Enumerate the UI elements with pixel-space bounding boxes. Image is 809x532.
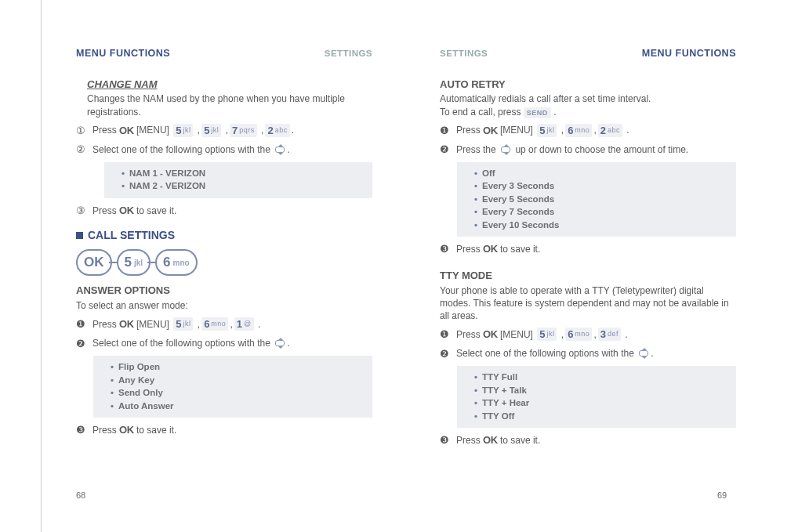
option: Every 7 Seconds xyxy=(482,207,554,216)
step-number: ❸ xyxy=(76,423,87,437)
option: Any Key xyxy=(118,375,154,385)
header-right: SETTINGS MENU FUNCTIONS xyxy=(440,47,736,60)
step-text: to save it. xyxy=(136,204,176,217)
change-nam-step2: ② Select one of the following options wi… xyxy=(76,143,372,157)
answer-step3: ❸ Press OK to save it. xyxy=(76,423,372,437)
key-2: 2abc xyxy=(598,124,622,137)
step-number: ❶ xyxy=(76,317,87,331)
step-number: ③ xyxy=(76,204,87,218)
header-settings: SETTINGS xyxy=(325,48,372,60)
change-nam-step1: ① Press OK [MENU] 5jkl , 5jkl , 7pqrs , … xyxy=(76,124,372,138)
change-nam-section: CHANGE NAM Changes the NAM used by the p… xyxy=(87,78,372,218)
key-5: 5jkl xyxy=(173,317,193,331)
tty-step1: ❶ Press OK [MENU] 5jkl , 6mno, 3def . xyxy=(440,328,736,342)
step-number: ❸ xyxy=(440,242,451,256)
nav-key-icon xyxy=(637,348,651,359)
page-69: SETTINGS MENU FUNCTIONS AUTO RETRY Autom… xyxy=(440,47,736,453)
header-menu-functions: MENU FUNCTIONS xyxy=(642,47,736,60)
page-divider xyxy=(41,0,42,532)
option: Off xyxy=(482,168,495,178)
option: TTY Off xyxy=(482,411,514,421)
key-2: 2abc xyxy=(265,124,289,137)
answer-step2: ❷ Select one of the following options wi… xyxy=(76,337,372,351)
option: TTY + Hear xyxy=(482,398,529,407)
nam-options: •NAM 1 - VERIZON •NAM 2 - VERIZON xyxy=(104,162,372,198)
tty-options: •TTY Full •TTY + Talk •TTY + Hear •TTY O… xyxy=(457,366,736,428)
option: TTY + Talk xyxy=(482,385,527,395)
ok-icon: OK xyxy=(483,124,498,138)
header-settings: SETTINGS xyxy=(440,48,488,60)
menu-text: [MENU] xyxy=(136,124,169,136)
section-bar-icon xyxy=(76,232,83,239)
pill-5: 5jkl xyxy=(117,249,151,276)
change-nam-desc: Changes the NAM used by the phone when y… xyxy=(87,92,372,118)
page-number-right: 69 xyxy=(717,490,727,500)
header-menu-functions: MENU FUNCTIONS xyxy=(76,47,170,60)
answer-step1: ❶ Press OK [MENU] 5jkl , 6mno, 1@ . xyxy=(76,317,372,331)
answer-options-title: ANSWER OPTIONS xyxy=(76,284,372,298)
key-5: 5jkl xyxy=(537,328,557,341)
tty-step3: ❸ Press OK to save it. xyxy=(440,433,736,447)
key-5: 5jkl xyxy=(537,124,557,137)
page-number-left: 68 xyxy=(76,490,85,500)
pill-ok: OK xyxy=(76,249,112,276)
option: TTY Full xyxy=(482,372,517,382)
step-text: Press xyxy=(93,204,117,217)
auto-retry-line2: To end a call, press SEND . xyxy=(440,106,736,118)
ok-icon: OK xyxy=(119,317,134,331)
key-1: 1@ xyxy=(234,317,254,331)
auto-retry-title: AUTO RETRY xyxy=(440,78,736,92)
option: Every 10 Seconds xyxy=(482,220,559,230)
nav-key-icon xyxy=(273,338,287,349)
ok-icon: OK xyxy=(119,124,134,138)
key-6: 6mno xyxy=(201,317,228,331)
tty-desc: Your phone is able to operate with a TTY… xyxy=(440,284,736,323)
option: NAM 1 - VERIZON xyxy=(129,168,205,178)
option: Every 3 Seconds xyxy=(482,181,554,190)
auto-retry-line1: Automatically redials a call after a set… xyxy=(440,92,736,105)
ok-icon: OK xyxy=(119,204,134,218)
retry-options: •Off •Every 3 Seconds •Every 5 Seconds •… xyxy=(457,162,736,237)
header-left: MENU FUNCTIONS SETTINGS xyxy=(76,47,372,60)
ok-icon: OK xyxy=(483,242,498,256)
ok-icon: OK xyxy=(483,328,498,342)
key-7: 7pqrs xyxy=(230,124,257,137)
tty-step2: ❷ Select one of the following options wi… xyxy=(440,347,736,361)
option: Send Only xyxy=(118,388,163,397)
answer-options-intro: To select an answer mode: xyxy=(76,299,372,312)
step-number: ❷ xyxy=(440,143,451,157)
nav-key-icon xyxy=(499,144,513,155)
call-settings-keys: OK 5jkl 6mno xyxy=(76,249,372,276)
step-number: ❷ xyxy=(76,337,87,351)
option: Auto Answer xyxy=(118,401,174,411)
period: . xyxy=(287,143,289,156)
step-number: ❷ xyxy=(440,347,451,361)
nav-key-icon xyxy=(273,144,287,155)
pill-6: 6mno xyxy=(155,249,198,276)
answer-options-list: •Flip Open •Any Key •Send Only •Auto Ans… xyxy=(93,356,372,418)
key-6: 6mno xyxy=(565,328,592,341)
option: Every 5 Seconds xyxy=(482,194,554,204)
step-number: ❸ xyxy=(440,433,451,447)
step-number: ❶ xyxy=(440,124,451,138)
retry-step3: ❸ Press OK to save it. xyxy=(440,242,736,256)
step-text: Select one of the following options with… xyxy=(93,143,270,156)
period: . xyxy=(292,124,294,136)
send-icon: SEND xyxy=(524,107,551,118)
step-text: Press xyxy=(93,124,117,136)
step-number: ① xyxy=(76,124,87,138)
tty-title: TTY MODE xyxy=(440,269,736,283)
step-number: ② xyxy=(76,143,87,157)
change-nam-step3: ③ Press OK to save it. xyxy=(76,204,372,218)
key-5: 5jkl xyxy=(201,124,221,137)
ok-icon: OK xyxy=(119,423,134,437)
step-number: ❶ xyxy=(440,328,451,342)
option: Flip Open xyxy=(118,362,160,371)
call-settings-title: CALL SETTINGS xyxy=(76,228,372,243)
page-68: MENU FUNCTIONS SETTINGS CHANGE NAM Chang… xyxy=(76,47,372,443)
change-nam-title: CHANGE NAM xyxy=(87,78,372,92)
key-6: 6mno xyxy=(565,124,592,137)
option: NAM 2 - VERIZON xyxy=(129,181,205,190)
key-5: 5jkl xyxy=(173,124,193,137)
retry-step1: ❶ Press OK [MENU] 5jkl , 6mno, 2abc . xyxy=(440,124,736,138)
